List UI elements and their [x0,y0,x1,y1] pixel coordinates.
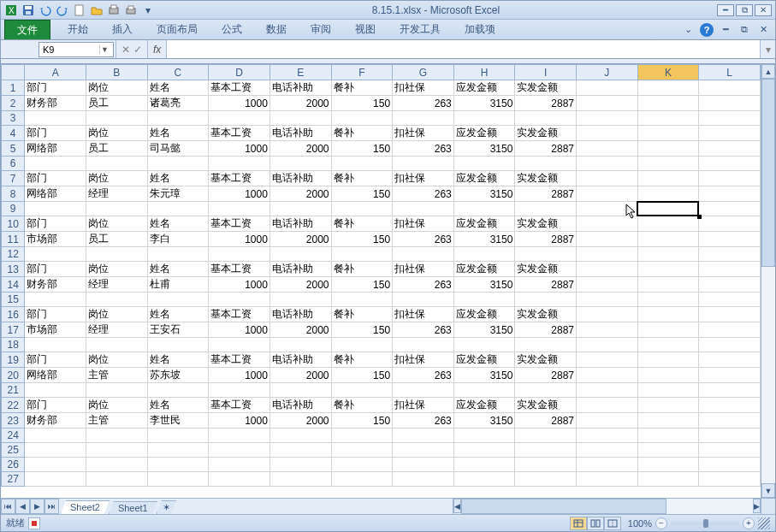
cell-I8[interactable]: 2887 [515,186,577,202]
cell-I13[interactable]: 实发金额 [515,262,577,277]
cell-G25[interactable] [393,443,454,458]
cell-K6[interactable] [637,157,699,171]
row-header-12[interactable]: 12 [2,247,25,262]
hscroll-track[interactable] [461,499,753,514]
cell-E15[interactable] [270,293,331,307]
cell-L23[interactable] [699,413,761,429]
cell-A16[interactable]: 部门 [25,307,86,322]
cell-L11[interactable] [699,232,761,247]
cell-L17[interactable] [699,322,761,338]
cell-L25[interactable] [699,443,761,458]
cell-H24[interactable] [453,429,515,443]
cell-C19[interactable]: 姓名 [147,352,209,368]
cell-F10[interactable]: 餐补 [331,216,393,232]
cell-G5[interactable]: 263 [393,141,454,157]
cell-I16[interactable]: 实发金额 [515,307,577,322]
row-header-8[interactable]: 8 [2,186,25,202]
row-header-19[interactable]: 19 [2,352,25,368]
column-header-H[interactable]: H [453,65,515,80]
cancel-formula-icon[interactable]: ✕ [121,44,130,56]
cell-H25[interactable] [453,443,515,458]
cell-G22[interactable]: 扣社保 [393,398,454,413]
cell-D24[interactable] [209,429,270,443]
cell-A18[interactable] [25,338,86,352]
cell-G1[interactable]: 扣社保 [393,80,454,96]
spreadsheet-grid[interactable]: ABCDEFGHIJKL 1部门岗位姓名基本工资电话补助餐补扣社保应发金额实发金… [1,64,761,487]
cell-I23[interactable]: 2887 [515,413,577,429]
cell-K3[interactable] [637,111,699,126]
open-icon[interactable] [90,3,104,17]
cell-G11[interactable]: 263 [393,232,454,247]
cell-C12[interactable] [147,247,209,262]
row-header-22[interactable]: 22 [2,398,25,413]
tab-file[interactable]: 文件 [4,20,50,39]
cell-J3[interactable] [577,111,638,126]
cell-B2[interactable]: 员工 [86,96,148,111]
cell-H26[interactable] [453,458,515,472]
formula-input[interactable] [167,40,760,58]
resize-grip-icon[interactable] [758,517,770,529]
cell-J23[interactable] [577,413,638,429]
zoom-slider-thumb[interactable] [703,519,708,528]
cell-I24[interactable] [515,429,577,443]
cell-L10[interactable] [699,216,761,232]
tab-next-button[interactable]: ▶ [30,499,44,514]
row-header-13[interactable]: 13 [2,262,25,277]
cell-K21[interactable] [637,383,699,398]
zoom-in-button[interactable]: + [743,517,755,529]
cell-G7[interactable]: 扣社保 [393,171,454,186]
cell-K4[interactable] [637,126,699,141]
cell-H8[interactable]: 3150 [453,186,515,202]
zoom-level-label[interactable]: 100% [628,518,652,529]
cell-I5[interactable]: 2887 [515,141,577,157]
cell-C5[interactable]: 司马懿 [147,141,209,157]
row-header-15[interactable]: 15 [2,293,25,307]
cell-G12[interactable] [393,247,454,262]
name-box-dropdown-icon[interactable]: ▼ [99,45,110,54]
cell-J25[interactable] [577,443,638,458]
cell-G9[interactable] [393,202,454,216]
cell-L20[interactable] [699,368,761,383]
cell-B23[interactable]: 主管 [86,413,148,429]
cell-H16[interactable]: 应发金额 [453,307,515,322]
cell-K18[interactable] [637,338,699,352]
cell-K23[interactable] [637,413,699,429]
cell-I18[interactable] [515,338,577,352]
cell-F23[interactable]: 150 [331,413,393,429]
cell-L26[interactable] [699,458,761,472]
cell-L4[interactable] [699,126,761,141]
cell-G24[interactable] [393,429,454,443]
cell-D14[interactable]: 1000 [209,277,270,293]
cell-K15[interactable] [637,293,699,307]
cell-K26[interactable] [637,458,699,472]
column-header-L[interactable]: L [699,65,761,80]
cell-I26[interactable] [515,458,577,472]
cell-G23[interactable]: 263 [393,413,454,429]
cell-D19[interactable]: 基本工资 [209,352,270,368]
cell-B20[interactable]: 主管 [86,368,148,383]
cell-F18[interactable] [331,338,393,352]
cell-E23[interactable]: 2000 [270,413,331,429]
cell-H23[interactable]: 3150 [453,413,515,429]
cell-H1[interactable]: 应发金额 [453,80,515,96]
cell-L14[interactable] [699,277,761,293]
cell-F12[interactable] [331,247,393,262]
cell-F6[interactable] [331,157,393,171]
cell-A9[interactable] [25,202,86,216]
cell-F17[interactable]: 150 [331,322,393,338]
tab-page-layout[interactable]: 页面布局 [145,20,210,39]
row-header-18[interactable]: 18 [2,338,25,352]
cell-F3[interactable] [331,111,393,126]
cell-H13[interactable]: 应发金额 [453,262,515,277]
cell-E12[interactable] [270,247,331,262]
cell-G26[interactable] [393,458,454,472]
cell-L12[interactable] [699,247,761,262]
cell-K1[interactable] [637,80,699,96]
ribbon-minimize-icon[interactable]: ⌄ [681,24,695,36]
cell-E5[interactable]: 2000 [270,141,331,157]
cell-A20[interactable]: 网络部 [25,368,86,383]
cell-L15[interactable] [699,293,761,307]
cell-F27[interactable] [331,472,393,487]
cell-D11[interactable]: 1000 [209,232,270,247]
cell-J11[interactable] [577,232,638,247]
